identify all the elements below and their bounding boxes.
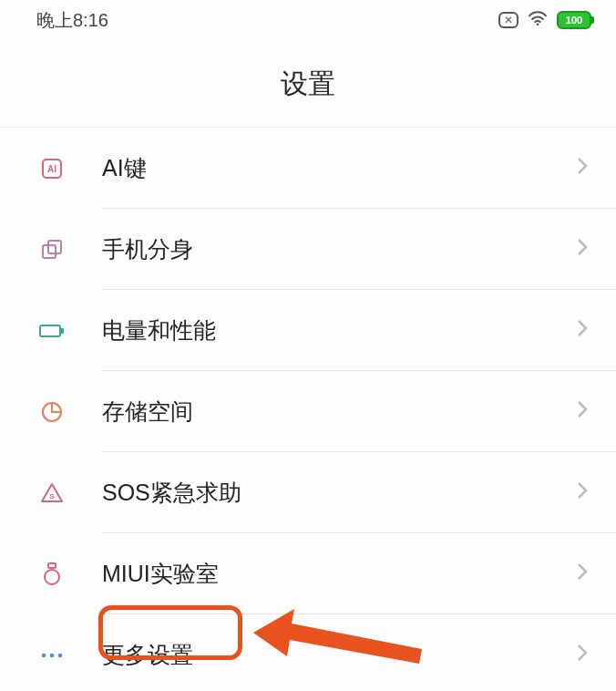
svg-rect-6 [61,328,64,334]
status-right: ✕ 100 [498,10,594,30]
svg-point-10 [45,570,59,584]
chevron-right-icon [576,480,589,504]
chevron-right-icon [576,156,589,180]
chevron-right-icon [576,318,589,342]
settings-item-label: MIUI实验室 [102,559,576,589]
row-content: AI键 [102,128,616,209]
lab-icon [38,561,66,588]
no-sim-icon: ✕ [498,12,518,28]
svg-rect-9 [48,563,56,568]
settings-item-ai[interactable]: AI AI键 [0,128,616,209]
settings-item-dual[interactable]: 手机分身 [0,209,616,290]
svg-point-0 [537,23,539,26]
settings-item-sos[interactable]: S SOS紧急求助 [0,452,616,533]
row-content: SOS紧急求助 [102,452,616,533]
annotation-highlight-box [98,605,242,660]
row-content: 电量和性能 [102,290,616,371]
chevron-right-icon [576,562,589,585]
svg-marker-14 [253,609,422,664]
row-content: 手机分身 [102,209,616,290]
row-content: 存储空间 [102,371,616,452]
svg-point-13 [58,653,63,657]
chevron-right-icon [576,399,589,423]
more-icon [38,642,66,669]
settings-item-label: AI键 [102,153,576,183]
svg-point-11 [42,653,46,657]
page-header: 设置 [0,40,616,128]
svg-text:S: S [49,492,55,500]
dual-space-icon [38,236,66,263]
settings-item-label: 存储空间 [102,397,576,427]
chevron-right-icon [576,237,589,261]
settings-item-label: SOS紧急求助 [102,478,576,508]
chevron-right-icon [576,643,589,666]
storage-icon [38,398,66,426]
battery-performance-icon [38,317,66,345]
sos-icon: S [38,480,66,507]
wifi-icon [528,10,548,30]
page-title: 设置 [281,68,335,98]
svg-point-12 [50,653,55,657]
settings-item-label: 电量和性能 [102,315,576,346]
status-time: 晚上8:16 [36,8,108,33]
battery-icon: 100 [557,11,594,29]
svg-text:AI: AI [47,164,56,174]
annotation-arrow [244,589,445,680]
status-bar: 晚上8:16 ✕ 100 [0,0,616,40]
settings-item-storage[interactable]: 存储空间 [0,371,616,452]
ai-icon: AI [38,155,66,182]
settings-item-label: 手机分身 [102,234,576,264]
settings-item-battery[interactable]: 电量和性能 [0,290,616,371]
svg-rect-5 [40,325,60,336]
